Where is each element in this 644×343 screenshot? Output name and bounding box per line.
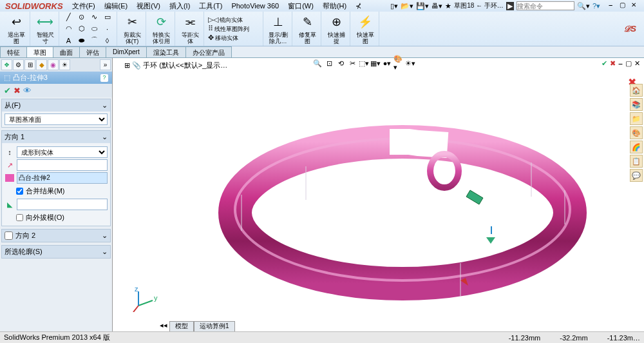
tab-sketch[interactable]: 草图 xyxy=(26,46,53,57)
menu-edit[interactable]: 编辑(E) xyxy=(100,1,132,12)
rect-icon[interactable]: ▭ xyxy=(102,12,113,23)
cancel-icon[interactable]: ✖ xyxy=(14,86,21,95)
menu-window[interactable]: 窗口(W) xyxy=(284,1,317,12)
tab-dimxpert[interactable]: DimXpert xyxy=(106,46,147,57)
draft-outward-checkbox[interactable]: 向外拔模(O) xyxy=(5,211,108,224)
ok-icon[interactable]: ✔ xyxy=(4,86,11,95)
close-icon[interactable]: ✕ xyxy=(629,1,639,10)
custom-props-icon[interactable]: 📋 xyxy=(630,155,643,168)
reverse-dir-icon[interactable]: ↕ xyxy=(5,147,15,157)
menu-insert[interactable]: 插入(I) xyxy=(166,1,194,12)
slot-icon[interactable]: ⬬ xyxy=(76,35,88,46)
forum-icon[interactable]: 💬 xyxy=(630,169,643,182)
scene-icon[interactable]: ☀▾ xyxy=(405,58,415,68)
mirror-icon[interactable]: ▷◁ xyxy=(208,15,218,24)
save-icon[interactable]: 💾▾ xyxy=(416,2,429,10)
menu-help[interactable]: 帮助(H) xyxy=(319,1,350,12)
print-icon[interactable]: 🖶▾ xyxy=(431,2,442,10)
resources-icon[interactable]: 🏠 xyxy=(630,84,643,97)
menu-view[interactable]: 视图(V) xyxy=(133,1,164,12)
tab-render[interactable]: 渲染工具 xyxy=(146,46,186,57)
zoom-fit-icon[interactable]: 🔍 xyxy=(312,58,323,68)
design-lib-icon[interactable]: 📚 xyxy=(630,98,643,111)
dir2-enable-checkbox[interactable] xyxy=(5,231,13,240)
tab-feature[interactable]: 特征 xyxy=(0,46,27,57)
menu-tools[interactable]: 工具(T) xyxy=(195,1,226,12)
exit-sketch-button[interactable]: ↩ 退出草 图 xyxy=(3,12,30,46)
view-orient-icon[interactable]: ⬚▾ xyxy=(359,58,369,68)
motion-nav-left-icon[interactable]: ◂◂ xyxy=(158,321,169,331)
linear-pattern-icon[interactable]: ⠿ xyxy=(208,24,213,33)
quick-snap-button[interactable]: ⊕ 快速捕 捉 xyxy=(323,12,350,46)
direction-input[interactable] xyxy=(17,159,108,171)
direction2-section[interactable]: 方向 2⌄ xyxy=(1,229,111,242)
line-icon[interactable]: ╱ xyxy=(63,12,75,23)
repair-button[interactable]: ✎ 修复草 图 xyxy=(294,12,321,46)
circle-icon[interactable]: ⊙ xyxy=(76,12,88,23)
zoom-area-icon[interactable]: ⊡ xyxy=(324,58,334,68)
preview-icon[interactable]: 👁 xyxy=(23,86,32,95)
orientation-triad[interactable]: y z x xyxy=(132,286,158,312)
file-explorer-icon[interactable]: 📁 xyxy=(630,112,643,125)
tab-office[interactable]: 办公室产品 xyxy=(185,46,232,57)
fm-tree-icon[interactable]: ❖ xyxy=(1,59,12,70)
point-icon[interactable]: · xyxy=(102,24,113,34)
fm-config-icon[interactable]: ⊞ xyxy=(24,59,35,70)
help-small-icon[interactable]: ? xyxy=(100,74,108,82)
collapse-icon[interactable]: ⌄ xyxy=(102,133,108,141)
fillet-icon[interactable]: ⌒ xyxy=(89,35,100,46)
doc-close-icon[interactable]: ✕ xyxy=(634,59,640,68)
graphics-viewport[interactable]: ⊞ 📎 手环 (默认<<默认>_显示… 🔍 ⊡ ⟲ ✂ ⬚▾ ▦▾ ●▾ 🎨▾ … xyxy=(113,58,644,331)
tab-model[interactable]: 模型 xyxy=(169,321,194,331)
maximize-icon[interactable]: ▢ xyxy=(617,1,627,10)
appearances-icon[interactable]: 🌈 xyxy=(630,141,643,153)
view-palette-icon[interactable]: 🎨 xyxy=(630,126,643,139)
search-input[interactable] xyxy=(516,1,574,10)
end-condition-dropdown[interactable]: 成形到实体 xyxy=(17,146,108,158)
from-dropdown[interactable]: 草图基准面 xyxy=(5,113,108,125)
ellipse-icon[interactable]: ⬭ xyxy=(89,24,100,34)
new-doc-icon[interactable]: ▯▾ xyxy=(390,2,398,10)
expand-icon[interactable]: ⌄ xyxy=(102,248,108,256)
search-icon[interactable]: 🔍▾ xyxy=(577,2,590,10)
merge-checkbox[interactable]: 合并结果(M) xyxy=(5,185,108,197)
trim-button[interactable]: ✂ 剪裁实 体(T) xyxy=(118,12,146,46)
rapid-sketch-button[interactable]: ⚡ 快速草 图 xyxy=(352,12,379,46)
section-view-icon[interactable]: ✂ xyxy=(347,58,357,68)
doc-max-icon[interactable]: ▢ xyxy=(625,59,632,68)
viewport-breadcrumb[interactable]: ⊞ 📎 手环 (默认<<默认>_显示… xyxy=(124,61,227,70)
spline-icon[interactable]: ∿ xyxy=(89,12,100,23)
open-icon[interactable]: 📂▾ xyxy=(401,2,413,10)
expand-icon[interactable]: ⌄ xyxy=(102,231,108,240)
tab-surface[interactable]: 曲面 xyxy=(53,46,80,57)
prev-view-icon[interactable]: ⟲ xyxy=(336,58,346,68)
direction-vector-icon[interactable]: ↗ xyxy=(5,160,15,170)
menu-file[interactable]: 文件(F) xyxy=(68,1,99,12)
smart-dimension-button[interactable]: ⟷ 智能尺 寸 xyxy=(32,12,59,46)
hide-show-icon[interactable]: ●▾ xyxy=(382,58,392,68)
arc-icon[interactable]: ◠ xyxy=(63,24,75,34)
move-icon[interactable]: ✥ xyxy=(208,34,214,42)
contours-section[interactable]: 所选轮廓(S)⌄ xyxy=(1,245,111,259)
tree-expand-icon[interactable]: ⊞ xyxy=(124,61,132,69)
fm-dimxpert-icon[interactable]: ◆ xyxy=(36,59,47,70)
fm-display-icon[interactable]: ◉ xyxy=(48,59,59,70)
fm-prop-icon[interactable]: ⚙ xyxy=(13,59,24,70)
convert-button[interactable]: ⟳ 转换实 体引用 xyxy=(147,12,175,46)
text-icon[interactable]: A xyxy=(63,35,75,46)
show-hide-button[interactable]: ⊥ 显示/删 除几… xyxy=(265,12,292,46)
doc-min-icon[interactable]: ‒ xyxy=(618,59,623,68)
star-icon[interactable]: ★ xyxy=(445,2,451,10)
tab-motion-study[interactable]: 运动算例1 xyxy=(194,321,235,331)
draft-input[interactable] xyxy=(17,199,108,210)
confirm-cancel-icon[interactable]: ✖ xyxy=(610,59,616,68)
menu-photoview[interactable]: PhotoView 360 xyxy=(227,1,283,10)
appearance-icon[interactable]: 🎨▾ xyxy=(393,58,404,68)
body-input[interactable] xyxy=(17,172,108,184)
tab-evaluate[interactable]: 评估 xyxy=(79,46,106,57)
plane-icon[interactable]: ◊ xyxy=(102,35,113,46)
collapse-icon[interactable]: ⌄ xyxy=(102,101,108,110)
breadcrumb-top[interactable]: 草图18 ← 手环… xyxy=(454,1,504,10)
menu-pin-icon[interactable]: ⊀ xyxy=(352,1,365,11)
minimize-icon[interactable]: ‒ xyxy=(605,1,616,10)
